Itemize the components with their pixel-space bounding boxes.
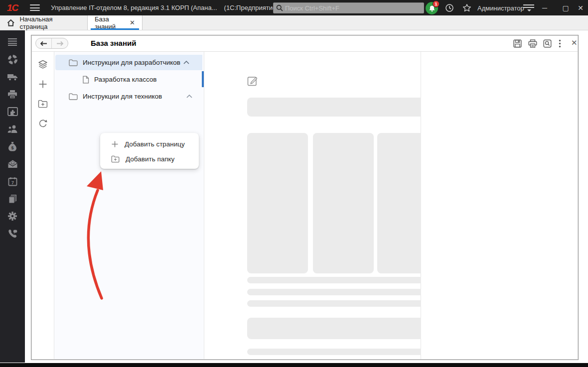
puzzle-card-icon[interactable] xyxy=(6,106,18,118)
document-copies-icon[interactable] xyxy=(6,193,18,205)
main-menu-icon[interactable] xyxy=(30,4,40,11)
screen: 1С Управление IT-отделом 8, редакция 3.1… xyxy=(0,0,588,367)
chevron-up-icon[interactable] xyxy=(183,61,189,64)
current-user[interactable]: Администратор xyxy=(477,4,524,12)
minimize-button[interactable]: ─ xyxy=(537,0,552,15)
page-icon xyxy=(82,76,89,84)
right-empty-pane xyxy=(421,52,578,359)
tab-label: Начальная страница xyxy=(19,15,80,30)
layers-icon[interactable] xyxy=(37,59,48,70)
menu-item-add-folder[interactable]: Добавить папку xyxy=(100,151,199,166)
maximize-button[interactable]: ▢ xyxy=(558,0,573,15)
chevron-up-icon[interactable] xyxy=(186,95,192,98)
notification-badge: 1 xyxy=(433,0,440,7)
search-input[interactable] xyxy=(285,4,424,12)
close-window-button[interactable]: ✕ xyxy=(571,38,578,47)
skeleton-block xyxy=(247,318,439,339)
find-in-document-icon[interactable] xyxy=(543,39,552,48)
tab-label: База знаний xyxy=(95,15,125,30)
menu-item-label: Добавить страницу xyxy=(125,140,185,148)
app-kind: (1С:Предприятие) xyxy=(224,4,279,11)
skeleton-line xyxy=(247,289,439,295)
global-search[interactable] xyxy=(273,2,424,13)
menu-item-add-page[interactable]: Добавить страницу xyxy=(100,136,199,151)
nav-history-group xyxy=(35,38,68,49)
gear-icon[interactable] xyxy=(6,210,18,222)
more-kebab-icon[interactable] xyxy=(559,39,561,48)
active-tab-underline xyxy=(91,28,139,30)
printer-icon[interactable] xyxy=(6,88,18,100)
tab-home[interactable]: Начальная страница xyxy=(0,15,88,30)
tree-item-label: Разработка классов xyxy=(94,76,156,83)
window-bottom-frame xyxy=(0,363,588,367)
tree-item-page[interactable]: Разработка классов xyxy=(55,72,202,87)
tree-tool-strip xyxy=(32,52,54,359)
window-toolbar: База знаний ✕ xyxy=(32,36,578,52)
skeleton-line xyxy=(247,277,439,283)
save-icon[interactable] xyxy=(513,39,522,48)
print-icon[interactable] xyxy=(528,39,537,48)
skeleton-card xyxy=(313,133,374,273)
svg-text:7: 7 xyxy=(11,180,13,185)
skeleton-card xyxy=(247,133,308,273)
knowledge-tree: Инструкции для разработчиков Разработка … xyxy=(54,52,204,359)
skeleton-line xyxy=(247,300,439,307)
employees-icon[interactable] xyxy=(6,123,18,135)
folder-plus-icon xyxy=(111,155,120,163)
skeleton-title-block xyxy=(247,98,439,117)
annotation-arrow xyxy=(73,166,118,311)
forward-button[interactable] xyxy=(52,38,68,48)
calendar-icon[interactable]: 7 xyxy=(6,175,18,187)
mail-open-icon[interactable] xyxy=(6,158,18,170)
services-wheel-icon[interactable] xyxy=(6,53,18,65)
tree-item-label: Инструкции для техников xyxy=(83,93,162,100)
back-arrow-icon xyxy=(40,41,47,46)
phone-support-icon[interactable] xyxy=(6,228,18,240)
plus-icon xyxy=(111,140,119,148)
notifications-button[interactable]: 1 xyxy=(426,1,440,15)
search-icon xyxy=(276,4,283,11)
service-menu-icon[interactable] xyxy=(523,4,534,11)
1c-logo: 1С xyxy=(7,2,18,13)
edit-pencil-icon[interactable] xyxy=(247,75,258,86)
tab-close-icon[interactable]: ✕ xyxy=(130,19,135,26)
add-folder-icon[interactable] xyxy=(37,98,48,109)
svg-text:$: $ xyxy=(11,145,13,150)
menu-item-label: Добавить папку xyxy=(126,155,174,163)
folder-icon xyxy=(69,59,78,66)
knowledge-base-window: База знаний ✕ xyxy=(31,35,579,360)
add-plus-icon[interactable] xyxy=(37,79,48,90)
history-icon[interactable] xyxy=(445,3,454,12)
tree-item-folder[interactable]: Инструкции для разработчиков xyxy=(55,55,202,70)
tab-bar: Начальная страница База знаний ✕ xyxy=(0,15,588,30)
folder-icon xyxy=(69,93,78,100)
forward-arrow-icon xyxy=(56,41,64,46)
window-title: База знаний xyxy=(91,39,136,47)
tree-item-folder[interactable]: Инструкции для техников xyxy=(55,89,202,104)
delivery-truck-icon[interactable] xyxy=(6,71,18,83)
app-sidebar: $ 7 xyxy=(0,30,25,363)
money-bag-icon[interactable]: $ xyxy=(6,140,18,152)
context-menu: Добавить страницу Добавить папку xyxy=(100,133,199,169)
tree-item-label: Инструкции для разработчиков xyxy=(83,59,180,66)
back-button[interactable] xyxy=(36,38,52,48)
menu-icon[interactable] xyxy=(6,36,18,48)
skeleton-line xyxy=(247,349,439,355)
home-icon xyxy=(7,19,14,26)
favorites-star-icon[interactable] xyxy=(462,3,471,12)
tab-knowledge-base[interactable]: База знаний ✕ xyxy=(88,15,143,30)
close-app-button[interactable]: ✕ xyxy=(573,0,588,15)
refresh-icon[interactable] xyxy=(37,118,48,128)
article-preview-pane xyxy=(204,52,421,359)
app-title: Управление IT-отделом 8, редакция 3.1 КО… xyxy=(51,4,217,11)
titlebar: 1С Управление IT-отделом 8, редакция 3.1… xyxy=(0,0,588,15)
